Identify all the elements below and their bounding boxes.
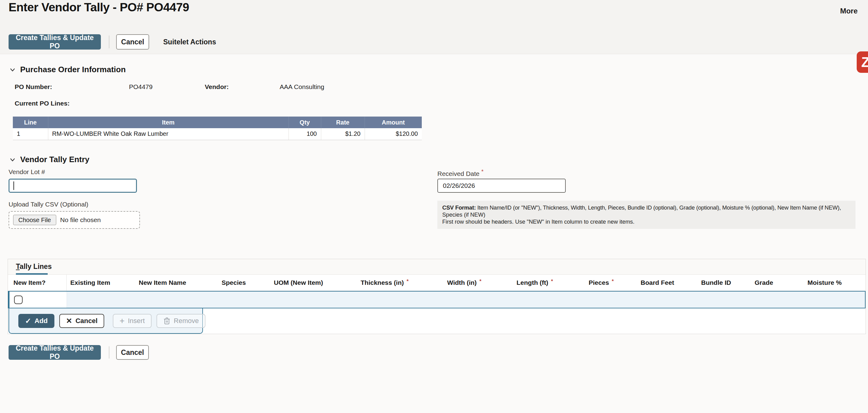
cancel-button-bottom[interactable]: Cancel (116, 345, 149, 360)
suitelet-actions-button[interactable]: Suitelet Actions (161, 34, 218, 50)
po-line-cell: $1.20 (321, 128, 365, 140)
po-number-value: PO4479 (129, 83, 153, 91)
current-po-lines-label: Current PO Lines: (15, 100, 70, 107)
vendor-label: Vendor: (205, 83, 228, 91)
required-asterisk: * (482, 168, 484, 175)
cancel-line-button[interactable]: ✕ Cancel (59, 314, 104, 328)
chevron-down-icon (9, 66, 16, 73)
extension-badge-clip: Z (857, 51, 868, 73)
csv-format-line3: First row should be headers. Use "NEW" i… (442, 218, 850, 225)
tally-column-header: New Item? (8, 275, 67, 291)
tally-entry-section-header[interactable]: Vendor Tally Entry (9, 155, 89, 164)
create-tallies-button[interactable]: Create Tallies & Update PO (8, 34, 101, 50)
po-line-row: 1RM-WO-LUMBER White Oak Raw Lumber100$1.… (13, 128, 422, 140)
csv-format-help: CSV Format: Item Name/ID (or "NEW"), Thi… (437, 201, 856, 229)
tally-column-header: Existing Item (67, 279, 135, 286)
upload-csv-label: Upload Tally CSV (Optional) (8, 201, 88, 208)
po-column-header: Item (48, 117, 288, 128)
tally-entry-row[interactable] (8, 291, 866, 308)
po-column-header: Qty (288, 117, 321, 128)
po-info-section-header[interactable]: Purchase Order Information (9, 65, 126, 74)
tab-strip: Tally Lines (8, 259, 866, 275)
new-item-checkbox[interactable] (14, 296, 23, 304)
tally-column-header: Species (218, 279, 270, 286)
po-column-header: Amount (365, 117, 422, 128)
plus-icon: + (120, 317, 124, 325)
tally-lines-panel: Tally Lines New Item?Existing ItemNew It… (8, 259, 866, 334)
tally-column-header: Board Feet (637, 279, 698, 286)
more-button[interactable]: More (840, 7, 858, 15)
tally-column-header: Bundle ID (698, 279, 751, 286)
tally-column-header: New Item Name (135, 279, 218, 286)
po-line-cell: 1 (13, 128, 48, 140)
create-tallies-button-bottom[interactable]: Create Tallies & Update PO (8, 345, 101, 360)
active-tab-indicator (16, 273, 48, 275)
chevron-down-icon (9, 156, 16, 163)
csv-format-prefix: CSV Format: (442, 204, 476, 211)
no-file-chosen-text: No file chosen (60, 216, 101, 224)
csv-format-line1: Item Name/ID (or "NEW"), Thickness, Widt… (476, 204, 841, 211)
tab-tally-lines[interactable]: Tally Lines (16, 263, 52, 271)
text-caret (13, 181, 14, 190)
required-asterisk: * (406, 278, 409, 284)
row-edit-toolbar: ✓ Add ✕ Cancel + Insert (8, 308, 203, 334)
cancel-button[interactable]: Cancel (116, 34, 149, 50)
po-info-section-title: Purchase Order Information (20, 65, 126, 74)
insert-line-button[interactable]: + Insert (113, 314, 151, 328)
extension-badge-letter: Z (861, 54, 868, 70)
po-line-cell: $120.00 (365, 128, 422, 140)
check-icon: ✓ (25, 317, 31, 325)
required-asterisk: * (612, 278, 614, 284)
tally-columns-header: New Item?Existing ItemNew Item NameSpeci… (8, 275, 866, 291)
po-line-cell: RM-WO-LUMBER White Oak Raw Lumber (48, 128, 288, 140)
extension-badge[interactable]: Z (857, 51, 868, 73)
trash-icon (163, 317, 170, 325)
tally-column-header: Moisture % (804, 279, 866, 286)
csv-format-line2: Species (if NEW) (442, 211, 850, 218)
po-number-label: PO Number: (15, 83, 52, 91)
page-title: Enter Vendor Tally - PO# PO4479 (8, 1, 189, 14)
tally-column-header: Pieces* (585, 279, 637, 286)
tally-column-header: Grade (751, 279, 804, 286)
enter-vendor-tally-page: Enter Vendor Tally - PO# PO4479 More Cre… (0, 0, 868, 413)
vendor-lot-label: Vendor Lot # (8, 168, 45, 176)
page-header: Enter Vendor Tally - PO# PO4479 More Cre… (0, 0, 868, 54)
close-icon: ✕ (66, 317, 72, 325)
choose-file-button[interactable]: Choose File (13, 215, 56, 225)
tally-column-header: Thickness (in)* (357, 279, 443, 286)
required-asterisk: * (479, 278, 482, 284)
tally-entry-section-title: Vendor Tally Entry (20, 155, 89, 164)
remove-line-button[interactable]: Remove (156, 314, 206, 328)
required-asterisk: * (551, 278, 553, 284)
po-lines-header-row: LineItemQtyRateAmount (13, 117, 422, 128)
po-line-cell: 100 (288, 128, 321, 140)
tally-column-header: Length (ft)* (513, 279, 585, 286)
po-column-header: Rate (321, 117, 365, 128)
button-separator (109, 346, 110, 358)
add-line-button[interactable]: ✓ Add (18, 314, 54, 328)
tally-column-header: Width (in)* (443, 279, 513, 286)
vendor-value: AAA Consulting (280, 83, 324, 91)
new-item-cell (9, 292, 67, 308)
po-lines-table: LineItemQtyRateAmount 1RM-WO-LUMBER Whit… (13, 117, 422, 140)
received-date-input[interactable] (437, 179, 566, 193)
received-date-label: Received Date* (437, 168, 484, 177)
button-separator (109, 35, 110, 48)
vendor-lot-input[interactable] (8, 179, 137, 193)
po-column-header: Line (13, 117, 48, 128)
tally-column-header: UOM (New Item) (270, 279, 357, 286)
file-upload-dropzone[interactable]: Choose File No file chosen (8, 211, 140, 229)
